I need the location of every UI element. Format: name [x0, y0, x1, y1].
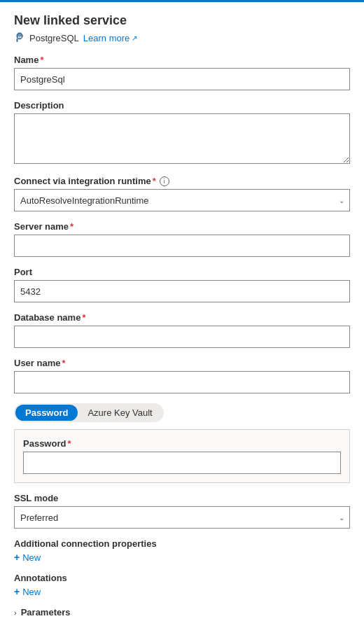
server-name-group: Server name*	[14, 221, 350, 257]
server-name-input[interactable]	[14, 235, 350, 257]
password-input[interactable]	[23, 452, 341, 474]
azure-key-vault-tab-button[interactable]: Azure Key Vault	[78, 405, 162, 421]
ssl-mode-label: SSL mode	[14, 493, 350, 503]
connect-runtime-info-icon[interactable]: i	[160, 176, 169, 186]
description-textarea[interactable]	[14, 113, 350, 164]
additional-connection-group: Additional connection properties + New	[14, 538, 350, 563]
external-link-icon: ↗	[132, 34, 137, 42]
svg-rect-2	[17, 39, 18, 42]
postgresql-icon: pg	[14, 32, 25, 43]
user-name-label: User name*	[14, 358, 350, 368]
ssl-mode-group: SSL mode Preferred Require Verify-CA Ver…	[14, 493, 350, 529]
name-group: Name*	[14, 55, 350, 90]
name-input[interactable]	[14, 68, 350, 90]
ssl-mode-select-wrapper: Preferred Require Verify-CA Verify-Full …	[14, 506, 350, 529]
connect-runtime-group: Connect via integration runtime* i AutoR…	[14, 176, 350, 211]
auth-tabs-group: Password Azure Key Vault Password*	[14, 403, 350, 483]
database-name-group: Database name*	[14, 312, 350, 348]
svg-text:pg: pg	[18, 35, 22, 39]
parameters-label: Parameters	[21, 607, 71, 617]
annotations-plus-icon: +	[14, 586, 20, 597]
connect-runtime-label: Connect via integration runtime*	[14, 176, 156, 186]
annotations-new-button[interactable]: + New	[14, 586, 41, 597]
password-section: Password*	[14, 429, 350, 483]
connect-runtime-select[interactable]: AutoResolveIntegrationRuntime	[14, 189, 350, 211]
additional-new-button[interactable]: + New	[14, 552, 41, 563]
parameters-collapsible[interactable]: › Parameters	[14, 607, 350, 617]
password-tab-button[interactable]: Password	[15, 405, 78, 421]
description-group: Description	[14, 100, 350, 166]
database-name-input[interactable]	[14, 326, 350, 348]
page-title: New linked service	[14, 13, 350, 28]
server-name-label: Server name*	[14, 221, 350, 232]
password-label: Password*	[23, 438, 341, 449]
annotations-label: Annotations	[14, 573, 350, 583]
parameters-chevron-icon: ›	[14, 608, 17, 617]
additional-connection-label: Additional connection properties	[14, 538, 350, 549]
user-name-input[interactable]	[14, 371, 350, 393]
learn-more-link[interactable]: Learn more ↗	[83, 33, 137, 43]
annotations-group: Annotations + New	[14, 573, 350, 597]
panel-content: New linked service pg PostgreSQL Learn m…	[0, 2, 364, 621]
port-group: Port	[14, 267, 350, 302]
service-name-label: PostgreSQL	[29, 33, 79, 43]
connect-runtime-label-row: Connect via integration runtime* i	[14, 176, 350, 186]
user-name-group: User name*	[14, 358, 350, 393]
name-label: Name*	[14, 55, 350, 65]
additional-plus-icon: +	[14, 552, 20, 563]
port-label: Port	[14, 267, 350, 277]
description-label: Description	[14, 100, 350, 111]
service-subtitle: pg PostgreSQL Learn more ↗	[14, 32, 350, 43]
parameters-group: › Parameters	[14, 607, 350, 617]
database-name-label: Database name*	[14, 312, 350, 323]
connect-runtime-select-wrapper: AutoResolveIntegrationRuntime ⌄	[14, 189, 350, 211]
port-input[interactable]	[14, 280, 350, 302]
auth-tab-toggle: Password Azure Key Vault	[14, 403, 164, 422]
ssl-mode-select[interactable]: Preferred Require Verify-CA Verify-Full …	[14, 506, 350, 529]
